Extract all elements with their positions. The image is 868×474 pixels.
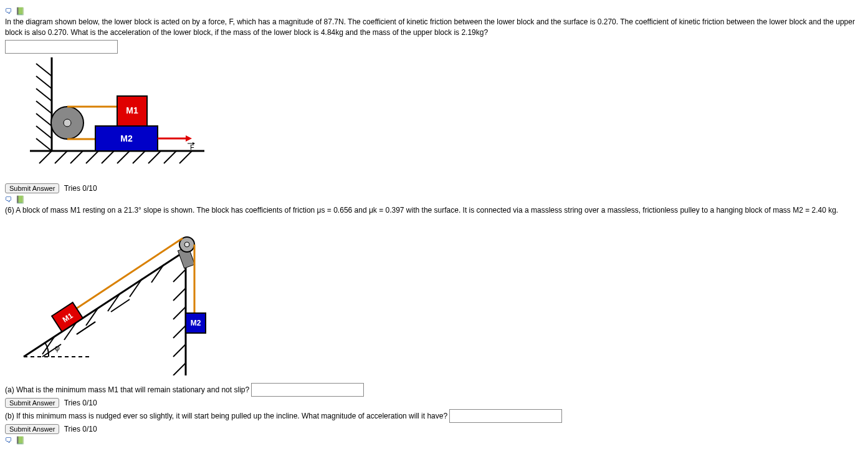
discuss-icon[interactable] bbox=[5, 436, 14, 445]
svg-line-38 bbox=[77, 322, 95, 334]
svg-line-17 bbox=[164, 151, 176, 163]
question-icons bbox=[5, 6, 863, 16]
svg-text:φ: φ bbox=[55, 344, 60, 352]
svg-line-7 bbox=[36, 138, 52, 151]
q1-answer-input[interactable] bbox=[5, 40, 118, 54]
q2b-submit-button[interactable]: Submit Answer bbox=[5, 424, 59, 434]
svg-line-44 bbox=[151, 264, 164, 283]
q2b-answer-input[interactable] bbox=[449, 409, 562, 423]
svg-line-1 bbox=[36, 64, 52, 76]
question-icons-2 bbox=[5, 195, 863, 204]
svg-line-12 bbox=[86, 151, 98, 163]
svg-line-52 bbox=[173, 363, 186, 375]
svg-line-2 bbox=[36, 76, 52, 89]
q2a-submit-button[interactable]: Submit Answer bbox=[5, 398, 59, 408]
discuss-icon[interactable] bbox=[5, 7, 14, 16]
svg-point-20 bbox=[64, 119, 71, 127]
svg-line-3 bbox=[36, 89, 52, 101]
svg-line-15 bbox=[133, 151, 145, 163]
q2b-tries: Tries 0/10 bbox=[64, 425, 97, 433]
svg-text:M2: M2 bbox=[120, 133, 133, 143]
q1-text: In the diagram shown below, the lower bl… bbox=[5, 17, 863, 38]
q1-diagram: M2 M1 F bbox=[5, 57, 863, 176]
svg-line-47 bbox=[173, 269, 186, 282]
q2-diagram: φ M1 M2 bbox=[5, 220, 863, 375]
svg-line-18 bbox=[179, 151, 192, 163]
q2a-text: (a) What is the minimum mass M1 that wil… bbox=[5, 385, 249, 394]
svg-line-4 bbox=[36, 101, 52, 114]
svg-line-11 bbox=[70, 151, 83, 163]
q2a-answer-input[interactable] bbox=[251, 383, 364, 397]
svg-line-50 bbox=[173, 326, 186, 338]
bookmark-icon[interactable] bbox=[16, 436, 24, 445]
svg-line-16 bbox=[148, 151, 161, 163]
bookmark-icon[interactable] bbox=[16, 7, 24, 16]
q1-tries: Tries 0/10 bbox=[64, 184, 97, 193]
q2-text: (6) A block of mass M1 resting on a 21.3… bbox=[5, 205, 863, 216]
svg-line-9 bbox=[39, 151, 52, 163]
q1-submit-button[interactable]: Submit Answer bbox=[5, 183, 59, 193]
q2a-tries: Tries 0/10 bbox=[64, 399, 97, 407]
svg-line-40 bbox=[74, 337, 98, 344]
svg-line-14 bbox=[117, 151, 130, 163]
question-icons-3 bbox=[5, 435, 863, 445]
svg-point-56 bbox=[184, 242, 189, 247]
svg-line-13 bbox=[102, 151, 114, 163]
svg-line-43 bbox=[130, 279, 142, 297]
svg-text:M2: M2 bbox=[191, 319, 201, 327]
svg-line-5 bbox=[36, 114, 52, 126]
bookmark-icon[interactable] bbox=[16, 195, 24, 204]
svg-line-51 bbox=[173, 344, 186, 357]
svg-text:F: F bbox=[190, 143, 194, 151]
svg-line-6 bbox=[36, 126, 52, 138]
svg-text:M1: M1 bbox=[126, 105, 138, 115]
svg-line-33 bbox=[24, 251, 186, 357]
svg-line-36 bbox=[111, 299, 130, 312]
svg-line-10 bbox=[55, 151, 67, 163]
discuss-icon[interactable] bbox=[5, 195, 14, 204]
svg-line-49 bbox=[173, 307, 186, 319]
svg-line-42 bbox=[108, 293, 120, 311]
svg-line-41 bbox=[86, 307, 98, 326]
q2b-text: (b) If this minimum mass is nudged ever … bbox=[5, 412, 447, 420]
svg-line-48 bbox=[173, 288, 186, 301]
svg-marker-28 bbox=[186, 135, 192, 142]
